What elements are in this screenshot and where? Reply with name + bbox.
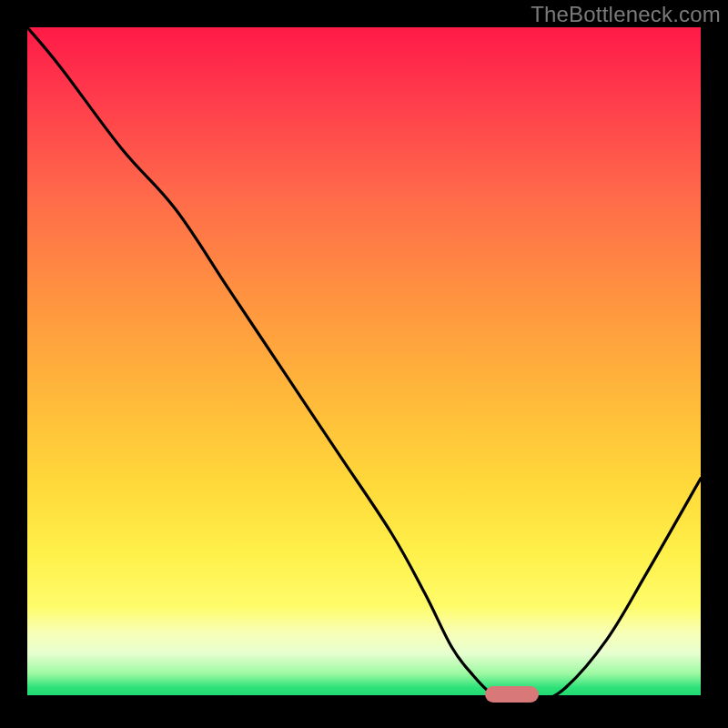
optimum-marker	[485, 686, 539, 703]
bottleneck-curve	[27, 27, 701, 701]
curve-path	[27, 27, 701, 701]
chart-frame: TheBottleneck.com	[0, 0, 728, 728]
plot-area	[27, 27, 701, 701]
watermark-label: TheBottleneck.com	[531, 2, 721, 27]
